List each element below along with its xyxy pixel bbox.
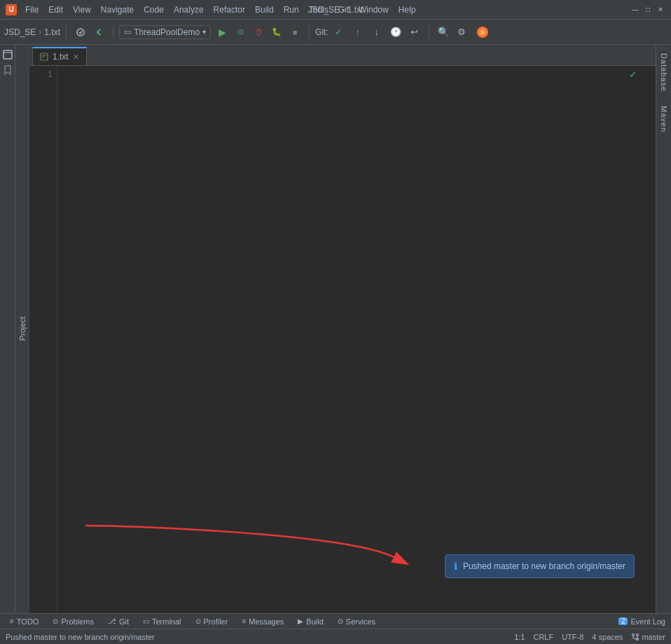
vcs-icon [631,633,639,641]
encoding[interactable]: UTF-8 [562,633,583,641]
profiler-label: Profiler [204,617,228,626]
editor-area: 1.txt ✕ 1 ✓ ℹ Pushe [29,45,656,613]
messages-icon: ≡ [242,617,246,625]
toolbar-sep-4 [429,25,429,39]
editor-tab-txt[interactable]: 1.txt ✕ [32,47,87,65]
menu-run[interactable]: Run [279,4,303,16]
git-push[interactable]: ↑ [350,24,366,41]
sidebar-bookmark-icon[interactable] [1,63,15,77]
problems-label: Problems [61,617,93,626]
notification-message: Pushed master to new branch origin/maste… [463,561,625,571]
event-log-label[interactable]: Event Log [630,617,665,626]
tab-messages[interactable]: ≡ Messages [235,614,291,629]
tab-build[interactable]: ▶ Build [291,614,330,629]
menu-help[interactable]: Help [394,4,420,16]
run-button[interactable]: ▶ [214,24,230,41]
stop-button[interactable]: ■ [286,24,303,41]
tab-todo[interactable]: ≡ TODO [3,614,46,629]
svg-rect-4 [4,50,12,59]
menu-view[interactable]: View [69,4,95,16]
menu-refactor[interactable]: Refactor [209,4,249,16]
maximize-button[interactable]: □ [643,5,653,15]
sidebar-project-icon[interactable] [1,48,15,62]
project-name: JSD_SE [4,27,36,37]
back-button[interactable] [90,24,107,41]
line-numbers: 1 [29,66,57,613]
svg-point-0 [77,29,84,36]
profile-button[interactable]: ⏱ [250,24,267,41]
run-buttons: ▶ ⊙ ⏱ 🐛 ■ [214,24,303,41]
git-checkmark[interactable]: ✓ [331,24,347,41]
svg-point-10 [632,633,635,636]
tab-label: 1.txt [53,52,69,62]
build-icon: ▶ [298,617,303,625]
svg-point-12 [637,633,639,636]
bottom-tab-bar: ≡ TODO ⊙ Problems ⎇ Git ▭ Terminal ⊙ Pro… [0,613,671,629]
run-config-selector[interactable]: ▭ ThreadPoolDemo ▾ [119,25,211,39]
profiler-icon: ⊙ [195,617,201,625]
main-layout: Project 1.txt ✕ 1 ✓ [0,45,671,613]
search-button[interactable]: 🔍 [435,24,452,41]
git-fetch[interactable]: ↓ [368,24,385,41]
tab-services[interactable]: ⊙ Services [331,614,382,629]
notification-popup: ℹ Pushed master to new branch origin/mas… [445,554,635,578]
git-history[interactable]: 🕐 [387,24,404,41]
coverage-button[interactable]: ⊙ [232,24,249,41]
git-tab-label: Git [119,617,129,626]
window-controls: — □ ✕ [630,5,665,15]
menu-build[interactable]: Build [251,4,278,16]
title-bar: U File Edit View Navigate Code Analyze R… [0,0,671,20]
menu-code[interactable]: Code [139,4,168,16]
run-config-group: ▭ ThreadPoolDemo ▾ [119,25,211,39]
svg-point-3 [481,31,484,34]
debug-button[interactable]: 🐛 [268,24,285,41]
nav-separator: › [39,27,41,37]
current-file: 1.txt [44,27,60,37]
menu-analyze[interactable]: Analyze [170,4,208,16]
indent-size[interactable]: 4 spaces [592,633,623,641]
cursor-position[interactable]: 1:1 [514,633,525,641]
settings-button[interactable]: ⚙ [453,24,470,41]
left-panel[interactable]: Project [15,45,29,613]
tab-close-button[interactable]: ✕ [73,53,79,62]
event-log-count: 2 [618,617,628,625]
app-icon: U [6,4,17,15]
tab-terminal[interactable]: ▭ Terminal [136,614,188,629]
toolbar-sep-2 [113,25,113,39]
git-group: Git: ✓ ↑ ↓ 🕐 ↩ [315,24,423,41]
status-right: 1:1 CRLF UTF-8 4 spaces master [514,633,665,641]
line-ending[interactable]: CRLF [533,633,553,641]
maven-panel-label[interactable]: Maven [660,106,668,132]
menu-edit[interactable]: Edit [44,4,67,16]
services-label: Services [346,617,375,626]
services-icon: ⊙ [338,617,343,625]
terminal-icon: ▭ [143,617,149,625]
left-sidebar [0,45,15,613]
close-button[interactable]: ✕ [656,5,665,15]
git-rollback[interactable]: ↩ [406,24,423,41]
messages-label: Messages [249,617,284,626]
search-group: 🔍 ⚙ [435,24,470,41]
terminal-label: Terminal [152,617,181,626]
nav-buttons [72,24,107,41]
tab-profiler[interactable]: ⊙ Profiler [188,614,235,629]
todo-label: TODO [17,617,39,626]
jetbrains-logo [474,24,491,41]
tab-problems[interactable]: ⊙ Problems [46,614,100,629]
git-icon: ⎇ [108,617,116,625]
menu-navigate[interactable]: Navigate [97,4,138,16]
vcs-button[interactable] [72,24,89,41]
tab-git[interactable]: ⎇ Git [101,614,136,629]
vcs-branch-name: master [642,633,665,641]
status-message: Pushed master to new branch origin/maste… [6,633,155,641]
toolbar-sep-3 [309,25,310,39]
code-editor[interactable] [57,66,656,613]
project-panel-label: Project [18,317,27,341]
notification-icon: ℹ [454,561,457,572]
right-sidebar: Database Maven [656,45,671,613]
minimize-button[interactable]: — [630,5,640,15]
vcs-branch[interactable]: master [631,633,665,641]
menu-file[interactable]: File [21,4,43,16]
database-panel-label[interactable]: Database [660,53,668,92]
tab-bar: 1.txt ✕ [29,45,656,66]
